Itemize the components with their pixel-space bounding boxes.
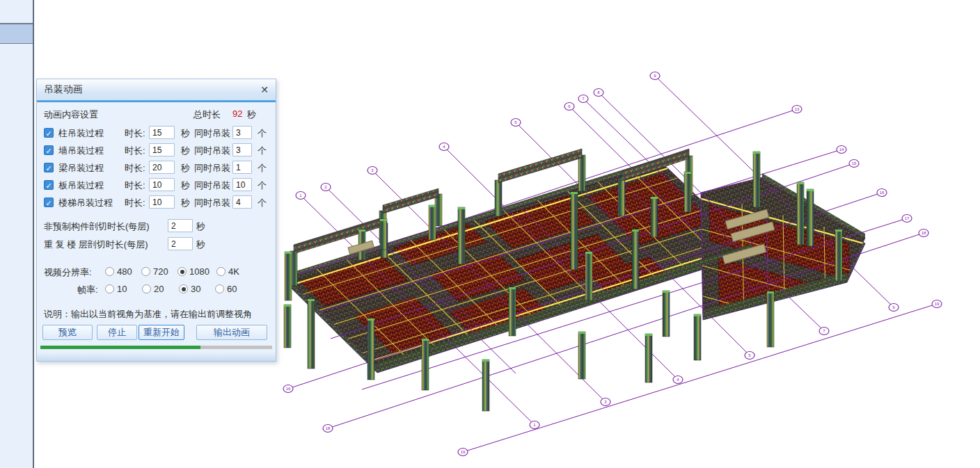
count-unit: 个 — [258, 162, 267, 175]
simultaneous-label: 同时吊装 — [194, 197, 230, 209]
column — [380, 219, 387, 250]
radio-4k[interactable]: 4K — [216, 266, 239, 277]
radio-1080[interactable]: 1080 — [177, 266, 210, 277]
checkbox[interactable]: ✓ — [44, 180, 54, 190]
column-cap — [422, 339, 429, 341]
column-cap — [645, 334, 652, 336]
grid-bubble-label: 14 — [839, 147, 844, 152]
duration-label: 时长: — [125, 162, 145, 175]
column-cap — [651, 197, 658, 199]
radio-dot — [105, 284, 114, 293]
duration-input[interactable] — [149, 161, 175, 174]
simultaneous-input[interactable] — [232, 126, 252, 139]
duration-label: 时长: — [125, 197, 145, 209]
radio-dot — [142, 284, 151, 293]
noncast-cut-row: 非预制构件剖切时长(每层) 秒 — [37, 220, 276, 234]
titlebar-accent-line — [37, 100, 276, 102]
column-cap — [571, 192, 578, 194]
column-cap — [632, 229, 639, 232]
column — [663, 291, 670, 337]
column-cap — [509, 287, 516, 289]
grid-bubble-label: 16 — [286, 387, 291, 391]
column-cap — [578, 332, 585, 334]
column-cap — [358, 229, 365, 232]
framerate-label: 帧率: — [77, 284, 98, 296]
wall-column — [435, 194, 442, 226]
repeat-floor-cut-input[interactable] — [168, 237, 193, 250]
column-cap — [285, 252, 292, 254]
duration-input[interactable] — [149, 126, 175, 139]
column-cap — [694, 314, 701, 316]
column — [482, 360, 489, 411]
radio-30[interactable]: 30 — [179, 284, 200, 294]
radio-20[interactable]: 20 — [142, 284, 164, 294]
repeat-floor-cut-label: 重 复 楼 层剖切时长(每层) — [44, 239, 148, 251]
count-unit: 个 — [258, 127, 267, 140]
duration-unit: 秒 — [181, 162, 190, 175]
repeat-floor-cut-row: 重 复 楼 层剖切时长(每层) 秒 — [37, 239, 276, 252]
duration-input[interactable] — [149, 195, 175, 209]
process-row-column: ✓柱吊装过程时长:秒同时吊装个 — [37, 127, 276, 141]
simultaneous-label: 同时吊装 — [194, 162, 230, 175]
restart-button[interactable]: 重新开始 — [139, 325, 184, 340]
column — [684, 172, 691, 212]
column-cap — [429, 205, 436, 207]
column — [284, 305, 291, 348]
wall-column — [618, 178, 625, 216]
grid-bubble-label: 19 — [935, 302, 940, 306]
duration-label: 时长: — [125, 127, 145, 140]
total-duration-value: 92 — [232, 108, 242, 119]
column — [632, 229, 639, 289]
preview-button[interactable]: 预览 — [42, 325, 93, 340]
column-cap — [797, 182, 804, 184]
duration-label: 时长: — [125, 145, 145, 157]
radio-480[interactable]: 480 — [105, 266, 132, 277]
count-unit: 个 — [258, 145, 267, 157]
simultaneous-label: 同时吊装 — [194, 179, 230, 192]
note-row: 说明：输出以当前视角为基准，请在输出前调整视角 — [37, 308, 276, 322]
radio-10[interactable]: 10 — [105, 284, 127, 294]
column-cap — [284, 305, 291, 307]
simultaneous-input[interactable] — [232, 195, 252, 209]
column-cap — [380, 219, 387, 221]
wall-column — [495, 180, 502, 216]
process-label: 板吊装过程 — [58, 179, 104, 192]
process-row-beam: ✓梁吊装过程时长:秒同时吊装个 — [37, 162, 276, 176]
export-animation-button[interactable]: 输出动画 — [196, 325, 267, 340]
count-unit: 个 — [258, 197, 267, 209]
checkbox[interactable]: ✓ — [44, 128, 54, 138]
column-cap — [684, 172, 691, 174]
column — [753, 152, 760, 207]
radio-dot — [215, 284, 224, 293]
column — [571, 192, 578, 270]
process-label: 楼梯吊装过程 — [58, 197, 113, 209]
total-duration-unit: 秒 — [247, 108, 256, 121]
column — [651, 197, 658, 237]
simultaneous-input[interactable] — [232, 178, 252, 191]
radio-720[interactable]: 720 — [141, 266, 168, 277]
grid-bubble-label: 19 — [461, 450, 466, 454]
column — [429, 205, 436, 240]
duration-input[interactable] — [149, 143, 175, 156]
duration-input[interactable] — [149, 178, 175, 191]
checkbox[interactable]: ✓ — [44, 163, 54, 172]
close-icon[interactable]: ✕ — [260, 85, 269, 95]
column — [578, 332, 585, 379]
checkbox[interactable]: ✓ — [44, 145, 54, 155]
column — [458, 207, 465, 264]
radio-60[interactable]: 60 — [215, 284, 237, 294]
framerate-row: 帧率: 10 20 30 60 — [37, 284, 276, 298]
column-cap — [368, 318, 374, 321]
noncast-cut-input[interactable] — [168, 219, 193, 232]
progress-bar — [40, 346, 272, 349]
dialog-footer — [37, 352, 276, 361]
column — [807, 189, 814, 246]
checkbox[interactable]: ✓ — [44, 197, 54, 207]
radio-dot — [179, 284, 188, 293]
dialog-titlebar[interactable]: 吊装动画 ✕ — [37, 79, 276, 100]
column — [585, 252, 592, 300]
simultaneous-input[interactable] — [232, 143, 252, 156]
repeat-floor-cut-unit: 秒 — [196, 239, 205, 251]
simultaneous-input[interactable] — [232, 161, 252, 174]
stop-button[interactable]: 停止 — [97, 325, 137, 340]
